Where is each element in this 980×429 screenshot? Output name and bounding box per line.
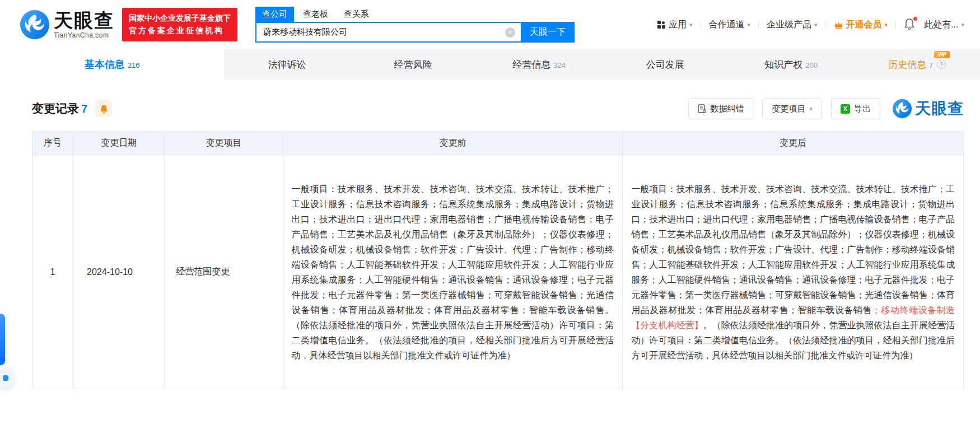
- logo-text: 天眼查 TianYanCha.com: [54, 11, 114, 39]
- gov-certification-badge: 国家中小企业发展子基金旗下 官方备案企业征信机构: [122, 8, 237, 41]
- search-tab-company[interactable]: 查公司: [255, 7, 294, 22]
- bell-icon: [100, 104, 108, 114]
- tab-history-info[interactable]: VIP 历史信息 7 ?: [854, 49, 980, 80]
- tab-development-label: 公司发展: [646, 58, 684, 71]
- top-nav: 应用 ▾ 合作通道 ▾ 企业级产品 ▾ 开通会员 ▾: [657, 18, 964, 31]
- table-head: 序号 变更日期 变更项目 变更前 变更后: [32, 132, 964, 155]
- tab-ip-count: 200: [805, 61, 818, 69]
- tab-operation-info[interactable]: 经营信息 324: [476, 49, 602, 80]
- cell-index: 1: [32, 155, 73, 389]
- search-input-wrap: ×: [255, 22, 521, 43]
- search-tab-relation[interactable]: 查关系: [337, 7, 376, 22]
- tab-ip-label: 知识产权: [764, 58, 802, 71]
- divider: [701, 21, 701, 29]
- tianyancha-logo-icon: [20, 10, 49, 39]
- nav-more[interactable]: 此处有... ▾: [924, 19, 964, 31]
- nav-enterprise-label: 企业级产品: [767, 19, 811, 31]
- nav-open-vip[interactable]: 开通会员 ▾: [834, 19, 888, 31]
- nav-apps[interactable]: 应用 ▾: [657, 19, 693, 31]
- watermark-wordmark: 天眼查: [915, 98, 964, 119]
- search-tabs: 查公司 查老板 查关系: [255, 7, 575, 22]
- cell-after-change: 一般项目：技术服务、技术开发、技术咨询、技术交流、技术转让、技术推广；工业设计服…: [623, 155, 964, 389]
- gov-badge-line1: 国家中小企业发展子基金旗下: [129, 12, 231, 25]
- chevron-down-icon: ▾: [689, 21, 693, 29]
- divider: [758, 21, 759, 29]
- data-correction-label: 数据纠错: [710, 104, 744, 114]
- nav-more-label: 此处有...: [924, 19, 958, 31]
- nav-apps-label: 应用: [669, 19, 687, 31]
- tab-basic-info-count: 216: [128, 61, 140, 69]
- change-item-filter-button[interactable]: 变更项目 ▾: [762, 98, 822, 119]
- tab-intellectual-property[interactable]: 知识产权 200: [728, 49, 854, 80]
- tab-operation-risk[interactable]: 经营风险: [350, 49, 476, 80]
- change-record-table: 序号 变更日期 变更项目 变更前 变更后 1 2024-10-10 经营范围变更…: [32, 131, 964, 389]
- side-floating-tab[interactable]: [0, 314, 5, 365]
- vip-badge: VIP: [934, 51, 950, 58]
- search-input[interactable]: [256, 23, 521, 41]
- crown-icon: [834, 21, 843, 29]
- nav-cooperation-label: 合作通道: [709, 19, 745, 31]
- search-row: × 天眼一下: [255, 22, 575, 43]
- change-item-filter-label: 变更项目: [772, 104, 805, 114]
- watermark-logo: 天眼查: [893, 98, 964, 119]
- after-text-part1: 一般项目：技术服务、技术开发、技术咨询、技术交流、技术转让、技术推广；工业设计服…: [631, 184, 955, 315]
- company-tabbar: 基本信息 216 法律诉讼 经营风险 经营信息 324 公司发展 知识产权 20…: [0, 49, 980, 80]
- document-edit-icon: [698, 104, 706, 113]
- tab-risk-label: 经营风险: [394, 58, 432, 71]
- col-header-before: 变更前: [283, 132, 623, 155]
- divider: [895, 21, 896, 29]
- side-floating-button-icon: [3, 375, 8, 381]
- notifications-bell[interactable]: [904, 18, 916, 31]
- search-tab-boss[interactable]: 查老板: [296, 7, 335, 22]
- tab-history-count: 7: [929, 61, 933, 69]
- notification-dot: [913, 17, 917, 21]
- question-circle-icon[interactable]: ?: [937, 60, 946, 69]
- chevron-down-icon: ▾: [748, 21, 751, 29]
- side-floating-button[interactable]: [0, 368, 13, 388]
- col-header-after: 变更后: [623, 132, 964, 155]
- page: 天眼查 TianYanCha.com 国家中小企业发展子基金旗下 官方备案企业征…: [0, 0, 980, 429]
- tianyancha-logo[interactable]: 天眼查 TianYanCha.com: [20, 10, 114, 39]
- apps-grid-icon: [657, 20, 666, 29]
- search-button[interactable]: 天眼一下: [521, 22, 575, 43]
- tianyancha-logo-icon: [893, 99, 912, 118]
- tab-basic-info-label: 基本信息: [85, 58, 125, 71]
- tab-history-label: 历史信息: [888, 58, 926, 71]
- cell-before-change: 一般项目：技术服务、技术开发、技术咨询、技术交流、技术转让、技术推广；工业设计服…: [283, 155, 623, 389]
- main-content: 变更记录 7 数据纠错: [0, 96, 980, 389]
- gov-badge-line2: 官方备案企业征信机构: [129, 25, 231, 37]
- tab-legal-proceedings[interactable]: 法律诉讼: [224, 49, 350, 80]
- section-title: 变更记录: [32, 101, 79, 116]
- top-header: 天眼查 TianYanCha.com 国家中小企业发展子基金旗下 官方备案企业征…: [0, 0, 980, 49]
- col-header-item: 变更项目: [165, 132, 283, 155]
- section-header: 变更记录 7 数据纠错: [32, 96, 964, 121]
- tab-operation-label: 经营信息: [512, 58, 550, 71]
- nav-cooperation[interactable]: 合作通道 ▾: [709, 19, 751, 31]
- export-label: 导出: [854, 104, 871, 114]
- cell-change-item: 经营范围变更: [165, 155, 283, 389]
- search-block: 查公司 查老板 查关系 × 天眼一下: [255, 7, 575, 43]
- tab-basic-info[interactable]: 基本信息 216: [0, 49, 224, 80]
- chevron-down-icon: ▾: [961, 21, 964, 29]
- tab-operation-count: 324: [553, 61, 566, 69]
- table-body: 1 2024-10-10 经营范围变更 一般项目：技术服务、技术开发、技术咨询、…: [32, 155, 964, 389]
- logo-subtitle: TianYanCha.com: [54, 32, 114, 39]
- tab-company-development[interactable]: 公司发展: [602, 49, 728, 80]
- data-correction-button[interactable]: 数据纠错: [688, 98, 753, 119]
- col-header-date: 变更日期: [73, 132, 165, 155]
- excel-icon: X: [841, 104, 850, 114]
- col-header-index: 序号: [32, 132, 73, 155]
- nav-vip-label: 开通会员: [846, 19, 882, 31]
- section-actions: 数据纠错 变更项目 ▾ X 导出 天眼查: [688, 98, 964, 119]
- table-row: 1 2024-10-10 经营范围变更 一般项目：技术服务、技术开发、技术咨询、…: [32, 155, 964, 389]
- logo-title: 天眼查: [54, 11, 114, 30]
- cell-change-date: 2024-10-10: [73, 155, 165, 389]
- clear-search-icon[interactable]: ×: [505, 27, 515, 38]
- nav-enterprise-products[interactable]: 企业级产品 ▾: [767, 19, 818, 31]
- monitor-bell-button[interactable]: [95, 100, 112, 117]
- export-button[interactable]: X 导出: [831, 98, 880, 119]
- chevron-down-icon: ▾: [885, 21, 888, 29]
- divider: [825, 21, 826, 29]
- chevron-down-icon: ▾: [809, 105, 813, 113]
- table-header-row: 序号 变更日期 变更项目 变更前 变更后: [32, 132, 964, 155]
